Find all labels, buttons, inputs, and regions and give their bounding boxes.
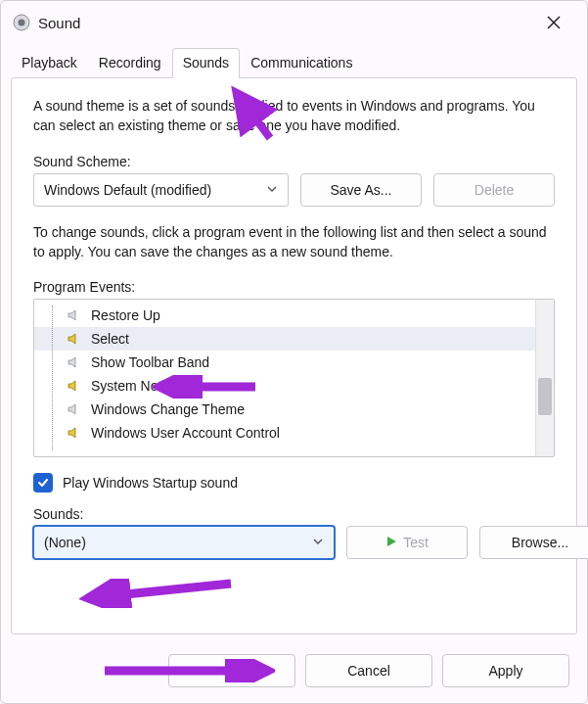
events-scrollbar[interactable] — [535, 300, 554, 456]
tree-guide — [52, 305, 53, 450]
browse-button[interactable]: Browse... — [479, 526, 588, 559]
apply-button[interactable]: Apply — [442, 654, 569, 687]
window-title: Sound — [38, 15, 532, 31]
tab-bar: Playback Recording Sounds Communications — [1, 44, 587, 77]
program-event-label: Windows Change Theme — [91, 401, 245, 417]
program-event-label: Restore Up — [91, 307, 160, 323]
ok-button[interactable]: OK — [168, 654, 295, 687]
chevron-down-icon — [312, 535, 324, 550]
sound-scheme-label: Sound Scheme: — [33, 154, 555, 169]
program-events-list[interactable]: Restore UpSelectShow Toolbar BandSystem … — [33, 299, 555, 457]
chevron-down-icon — [266, 182, 278, 198]
program-event-item[interactable]: Show Toolbar Band — [34, 351, 535, 374]
sound-scheme-dropdown[interactable]: Windows Default (modified) — [33, 173, 289, 207]
check-icon — [36, 476, 50, 490]
sound-scheme-value: Windows Default (modified) — [44, 182, 211, 198]
program-event-item[interactable]: Restore Up — [34, 304, 535, 327]
svg-point-1 — [19, 20, 25, 26]
program-event-label: Windows User Account Control — [91, 425, 280, 441]
program-event-item[interactable]: Windows User Account Control — [34, 421, 535, 445]
change-description: To change sounds, click a program event … — [33, 222, 555, 262]
sounds-dropdown[interactable]: (None) — [33, 526, 335, 559]
sounds-dropdown-label: Sounds: — [33, 506, 555, 522]
play-icon — [385, 535, 397, 550]
program-event-label: Select — [91, 331, 129, 347]
speaker-mute-icon — [66, 400, 83, 418]
speaker-mute-icon — [66, 353, 83, 371]
speaker-sound-icon — [66, 424, 83, 442]
speaker-sound-icon — [66, 377, 83, 395]
speaker-sound-icon — [66, 330, 83, 348]
panel-description: A sound theme is a set of sounds applied… — [33, 96, 555, 136]
sounds-dropdown-value: (None) — [44, 535, 86, 550]
program-event-label: System Notification — [91, 378, 208, 394]
tab-sounds[interactable]: Sounds — [172, 48, 240, 78]
close-icon — [547, 16, 561, 29]
close-button[interactable] — [532, 1, 575, 44]
tab-playback[interactable]: Playback — [11, 48, 88, 78]
sound-app-icon — [13, 14, 30, 31]
program-event-item[interactable]: Windows Change Theme — [34, 398, 535, 421]
program-event-item[interactable]: Select — [34, 327, 535, 351]
delete-button: Delete — [433, 173, 555, 207]
program-event-item[interactable]: System Notification — [34, 374, 535, 398]
speaker-mute-icon — [66, 306, 83, 324]
startup-sound-label: Play Windows Startup sound — [63, 475, 238, 491]
program-events-label: Program Events: — [33, 279, 555, 295]
startup-sound-checkbox[interactable] — [33, 473, 53, 493]
scrollbar-thumb[interactable] — [538, 378, 552, 415]
tab-communications[interactable]: Communications — [240, 48, 363, 78]
cancel-button[interactable]: Cancel — [305, 654, 432, 687]
sounds-panel: A sound theme is a set of sounds applied… — [11, 77, 577, 634]
dialog-footer: OK Cancel Apply — [1, 644, 587, 703]
sound-dialog: Sound Playback Recording Sounds Communic… — [0, 0, 588, 704]
tab-recording[interactable]: Recording — [88, 48, 172, 78]
test-button: Test — [346, 526, 468, 559]
save-as-button[interactable]: Save As... — [300, 173, 422, 207]
program-event-label: Show Toolbar Band — [91, 354, 209, 370]
titlebar: Sound — [1, 1, 587, 44]
